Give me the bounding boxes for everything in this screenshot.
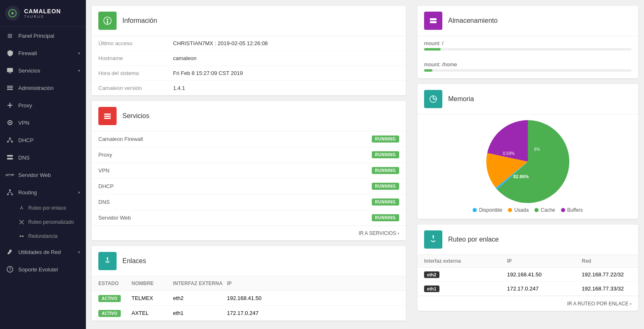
ip-cell: 192.168.41.50 (507, 271, 582, 278)
sidebar-label: Soporte Evolutel (18, 266, 58, 273)
service-status: RUNNING (372, 167, 399, 174)
service-status: RUNNING (372, 135, 399, 143)
info-row-hora: Hora del sistema Fri Feb 8 15:27:09 CST … (92, 66, 406, 81)
th-ip: IP (227, 281, 399, 286)
svg-point-10 (7, 141, 9, 143)
ruteo-row: eth1 172.17.0.247 192.168.77.33/32 (417, 282, 638, 296)
service-status: RUNNING (372, 183, 399, 190)
ruteo-row: eth2 192.168.41.50 192.168.77.22/32 (417, 268, 638, 282)
info-value: 1.4.1 (173, 85, 185, 91)
tools-icon (6, 248, 14, 256)
chevron-icon: ▾ (78, 68, 80, 73)
ruteo-th-interfaz: Interfaz externa (424, 258, 507, 264)
interfaz-cell: eth1 (173, 310, 227, 316)
sidebar-item-routing[interactable]: Routing ▾ (0, 184, 86, 201)
storage-icon (424, 12, 442, 30)
grid-icon: ⊞ (6, 31, 14, 40)
legend-dot-usada (508, 208, 512, 212)
mount-label: mount: / (424, 40, 632, 46)
svg-rect-29 (430, 21, 437, 23)
sidebar-label: Firewall (18, 50, 37, 56)
legend-dot-cache (534, 208, 539, 212)
svg-point-31 (432, 235, 434, 237)
sidebar-item-ruteo-por-enlace[interactable]: Ruteo por enlace (0, 201, 86, 215)
svg-rect-25 (104, 116, 111, 117)
ruteo-card-title: Ruteo por enlace (448, 236, 499, 243)
mount-label: mount: /home (424, 61, 632, 68)
routing-icon (6, 188, 14, 196)
pie-legend: Disponible Usada Cache Buffers (473, 207, 583, 213)
ruteo-th-ip: IP (507, 258, 582, 264)
sidebar-item-redundancia[interactable]: Redundancia (0, 229, 86, 243)
svg-text:?: ? (9, 267, 12, 272)
storage-bar-fill (424, 48, 441, 51)
service-name: DNS (98, 199, 110, 205)
sidebar-label: VPN (18, 120, 29, 126)
svg-rect-4 (7, 86, 13, 87)
info-icon (98, 12, 117, 30)
sidebar-label: Servicios (18, 68, 40, 74)
memoria-card-title: Memoria (448, 95, 474, 103)
sidebar-item-dns[interactable]: DNS (0, 149, 86, 166)
svg-point-21 (107, 19, 108, 20)
legend-label: Buffers (567, 207, 583, 213)
memoria-card-header: Memoria (417, 84, 638, 114)
service-status: RUNNING (372, 151, 399, 158)
red-cell: 192.168.77.33/32 (582, 285, 632, 292)
service-row: Servidor Web RUNNING (92, 210, 406, 225)
main-content: Información Último acceso CHRISTIAN7MX :… (86, 0, 644, 329)
iface-badge: eth1 (424, 285, 439, 292)
storage-bar-container (424, 48, 632, 51)
info-card-header: Información (92, 6, 406, 36)
services-icon (98, 107, 117, 125)
services-card-title: Servicios (122, 112, 149, 120)
svg-rect-3 (9, 73, 11, 73)
sidebar-item-utilidades-de-red[interactable]: Utilidades de Red ▾ (0, 243, 86, 261)
sidebar-item-proxy[interactable]: Proxy (0, 97, 86, 114)
services-list: Camaleon Firewall RUNNING Proxy RUNNING … (92, 131, 406, 225)
info-value: camaleon (173, 55, 196, 61)
sidebar-label: DNS (18, 155, 29, 161)
enlaces-row: ACTIVO TELMEX eth2 192.168.41.50 (92, 291, 406, 306)
sidebar-item-administracion[interactable]: Administración (0, 79, 86, 97)
th-estado: Estado (98, 281, 132, 286)
admin-icon (6, 84, 14, 92)
sidebar-label: Redundancia (28, 233, 58, 239)
svg-rect-24 (104, 114, 111, 115)
ruteo-table-header: Interfaz externa IP Red (417, 255, 638, 268)
svg-rect-26 (104, 118, 111, 119)
svg-rect-12 (7, 155, 13, 157)
sidebar-item-vpn[interactable]: VPN (0, 114, 86, 131)
ir-a-servicios-link[interactable]: IR A SERVICIOS › (359, 230, 399, 236)
services-footer: IR A SERVICIOS › (92, 225, 406, 240)
sidebar-item-panel-principal[interactable]: ⊞ Panel Principal (0, 27, 86, 44)
svg-rect-22 (107, 21, 108, 24)
storage-card-header: Almacenamiento (417, 6, 638, 36)
svg-point-15 (7, 194, 9, 195)
ir-a-ruteo-link[interactable]: IR A RUTEO POR ENLACE › (567, 301, 632, 307)
proxy-icon (6, 101, 14, 109)
sidebar-item-servicios[interactable]: Servicios ▾ (0, 62, 86, 79)
sidebar-item-firewall[interactable]: Firewall ▾ (0, 44, 86, 62)
info-row-ultimo-acceso: Último acceso CHRISTIAN7MX : 2019-02-05 … (92, 36, 406, 51)
sidebar-label: Ruteo personalizado (28, 219, 74, 225)
sidebar-item-dhcp[interactable]: DHCP (0, 131, 86, 149)
service-name: Camaleon Firewall (98, 136, 143, 142)
sidebar-item-soporte-evolutel[interactable]: ? Soporte Evolutel (0, 261, 86, 278)
logo-icon (5, 6, 20, 21)
sidebar-item-ruteo-personalizado[interactable]: Ruteo personalizado (0, 215, 86, 229)
info-table: Último acceso CHRISTIAN7MX : 2019-02-05 … (92, 36, 406, 95)
svg-point-9 (9, 138, 11, 139)
service-row: VPN RUNNING (92, 163, 406, 179)
sidebar-item-servidor-web[interactable]: HTTP Servidor Web (0, 166, 86, 184)
legend-dot-buffers (561, 208, 565, 212)
center-column: Información Último acceso CHRISTIAN7MX :… (86, 0, 412, 329)
enlaces-card-header: Enlaces (92, 246, 406, 276)
enlaces-row: ACTIVO AXTEL eth1 172.17.0.247 (92, 306, 406, 321)
nombre-cell: AXTEL (132, 310, 173, 316)
svg-point-27 (107, 257, 108, 259)
service-name: Proxy (98, 152, 112, 158)
service-row: DHCP RUNNING (92, 179, 406, 194)
service-row: Camaleon Firewall RUNNING (92, 131, 406, 147)
ruteo-th-red: Red (582, 258, 632, 264)
